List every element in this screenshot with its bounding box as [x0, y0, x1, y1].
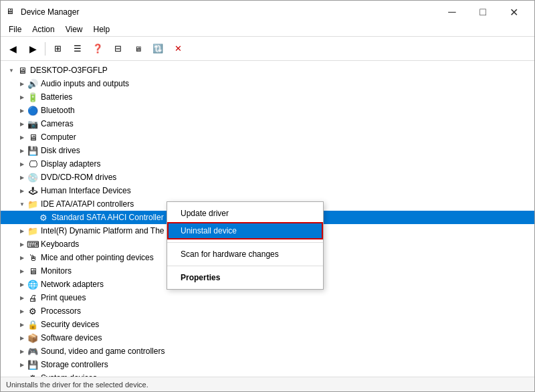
menu-bar: File Action View Help: [1, 22, 534, 37]
batteries-label: Batteries: [41, 92, 72, 102]
minimize-button[interactable]: ─: [437, 3, 467, 21]
audio-icon: 🔊: [27, 78, 38, 89]
title-bar: 🖥 Device Manager ─ □ ✕: [1, 1, 534, 22]
audio-expand: ▶: [17, 78, 27, 89]
tree-root[interactable]: ▼ 🖥 DESKTOP-O3FGFLP: [1, 64, 534, 77]
disk-icon: 💾: [27, 145, 38, 156]
ctx-properties[interactable]: Properties: [167, 269, 323, 286]
title-bar-left: 🖥 Device Manager: [6, 7, 79, 17]
properties-button[interactable]: ⊞: [48, 39, 67, 58]
content-area: ▼ 🖥 DESKTOP-O3FGFLP ▶ 🔊 Audio inputs and…: [1, 61, 534, 377]
context-menu: Update driver Uninstall device Scan for …: [167, 201, 324, 290]
update-driver-button[interactable]: ☰: [68, 39, 87, 58]
system-expand: ▶: [17, 373, 27, 377]
cameras-label: Cameras: [41, 119, 74, 128]
tree-item-storage[interactable]: ▶ 💾 Storage controllers: [1, 358, 534, 371]
tree-item-hid[interactable]: ▶ 🕹 Human Interface Devices: [1, 184, 534, 197]
network-label: Network adapters: [41, 280, 104, 289]
sound-icon: 🎮: [27, 346, 38, 357]
menu-view[interactable]: View: [60, 23, 88, 35]
processors-expand: ▶: [17, 306, 27, 316]
ctx-update-driver[interactable]: Update driver: [167, 205, 323, 222]
tree-item-dvd[interactable]: ▶ 💿 DVD/CD-ROM drives: [1, 171, 534, 184]
toolbar: ◀ ▶ ⊞ ☰ ❓ ⊟ 🖥 🔃 ✕: [1, 37, 534, 61]
processors-label: Processors: [41, 306, 81, 316]
storage-label: Storage controllers: [41, 360, 108, 369]
sound-label: Sound, video and game controllers: [41, 347, 165, 356]
network-expand: ▶: [17, 279, 27, 290]
root-expand-arrow: ▼: [6, 65, 17, 76]
display-expand: ▶: [17, 159, 27, 169]
intel-label: Intel(R) Dynamic Platform and The: [41, 226, 165, 235]
display-label: Display adapters: [41, 159, 100, 169]
forward-button[interactable]: ▶: [23, 39, 42, 58]
device-tree[interactable]: ▼ 🖥 DESKTOP-O3FGFLP ▶ 🔊 Audio inputs and…: [1, 61, 534, 377]
bluetooth-expand: ▶: [17, 105, 27, 116]
print-expand: ▶: [17, 292, 27, 303]
window-icon: 🖥: [6, 7, 17, 17]
maximize-button[interactable]: □: [467, 3, 498, 21]
sata-icon: ⚙: [38, 212, 49, 223]
tree-item-display[interactable]: ▶ 🖵 Display adapters: [1, 157, 534, 171]
refresh-button[interactable]: 🔃: [148, 39, 167, 58]
title-bar-controls: ─ □ ✕: [437, 3, 529, 21]
uninstall-button[interactable]: ✕: [169, 39, 187, 58]
menu-help[interactable]: Help: [88, 23, 116, 35]
window-title: Device Manager: [21, 7, 79, 17]
processors-icon: ⚙: [27, 306, 38, 316]
tree-item-audio[interactable]: ▶ 🔊 Audio inputs and outputs: [1, 77, 534, 90]
security-expand: ▶: [17, 319, 27, 330]
menu-action[interactable]: Action: [27, 23, 60, 35]
computer-label: Computer: [41, 132, 76, 142]
mice-expand: ▶: [17, 252, 27, 263]
close-button[interactable]: ✕: [498, 3, 529, 21]
storage-expand: ▶: [17, 359, 27, 370]
hid-label: Human Interface Devices: [41, 186, 131, 195]
tree-item-cameras[interactable]: ▶ 📷 Cameras: [1, 117, 534, 130]
sata-label: Standard SATA AHCI Controller: [51, 213, 164, 222]
disable-button[interactable]: ⊟: [108, 39, 127, 58]
batteries-expand: ▶: [17, 92, 27, 102]
tree-item-security[interactable]: ▶ 🔒 Security devices: [1, 318, 534, 331]
disk-expand: ▶: [17, 145, 27, 156]
ide-icon: 📁: [27, 199, 38, 209]
mice-label: Mice and other pointing devices: [41, 253, 154, 262]
hid-expand: ▶: [17, 185, 27, 196]
audio-label: Audio inputs and outputs: [41, 79, 129, 88]
print-icon: 🖨: [27, 292, 38, 303]
cameras-icon: 📷: [27, 118, 38, 129]
menu-file[interactable]: File: [3, 23, 27, 35]
tree-item-print[interactable]: ▶ 🖨 Print queues: [1, 291, 534, 304]
tree-item-bluetooth[interactable]: ▶ 🔵 Bluetooth: [1, 104, 534, 117]
tree-item-software[interactable]: ▶ 📦 Software devices: [1, 331, 534, 345]
tree-item-system[interactable]: ▶ ⚙ System devices: [1, 371, 534, 377]
monitors-icon: 🖥: [27, 266, 38, 276]
help-button[interactable]: ❓: [88, 39, 107, 58]
tree-item-computer[interactable]: ▶ 🖥 Computer: [1, 130, 534, 144]
intel-expand: ▶: [17, 225, 27, 236]
ide-label: IDE ATA/ATAPI controllers: [41, 199, 134, 209]
dvd-icon: 💿: [27, 172, 38, 183]
ctx-uninstall-device[interactable]: Uninstall device: [167, 222, 323, 239]
keyboards-label: Keyboards: [41, 239, 79, 249]
tree-item-sound[interactable]: ▶ 🎮 Sound, video and game controllers: [1, 345, 534, 358]
software-label: Software devices: [41, 333, 102, 342]
security-icon: 🔒: [27, 319, 38, 330]
ide-expand: ▼: [17, 199, 27, 209]
tree-item-batteries[interactable]: ▶ 🔋 Batteries: [1, 90, 534, 104]
mice-icon: 🖱: [27, 252, 38, 263]
keyboards-icon: ⌨: [27, 239, 38, 250]
hid-icon: 🕹: [27, 185, 38, 196]
sata-expand: [27, 212, 38, 223]
back-button[interactable]: ◀: [3, 39, 22, 58]
tree-item-processors[interactable]: ▶ ⚙ Processors: [1, 304, 534, 318]
system-label: System devices: [41, 373, 97, 377]
scan-button[interactable]: 🖥: [128, 39, 147, 58]
print-label: Print queues: [41, 293, 86, 302]
storage-icon: 💾: [27, 359, 38, 370]
tree-item-disk[interactable]: ▶ 💾 Disk drives: [1, 144, 534, 157]
network-icon: 🌐: [27, 279, 38, 290]
computer-icon2: 🖥: [27, 132, 38, 142]
dvd-label: DVD/CD-ROM drives: [41, 173, 116, 182]
ctx-scan-hardware[interactable]: Scan for hardware changes: [167, 246, 323, 263]
